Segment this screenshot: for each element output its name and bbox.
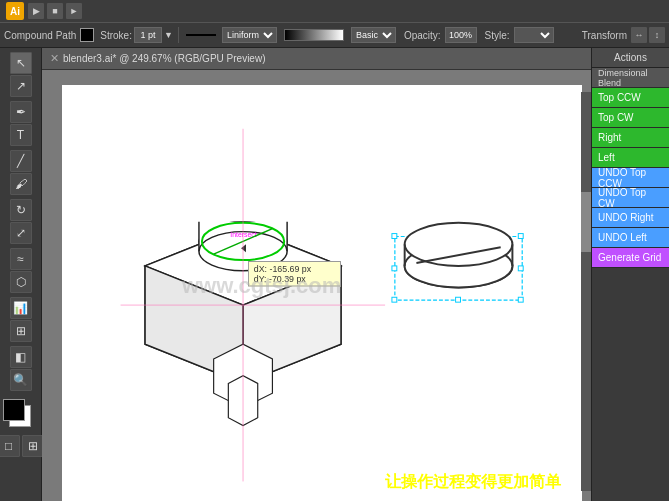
action-top-cw[interactable]: Top CW [592,108,669,128]
svg-rect-25 [518,297,523,302]
action-undo-left[interactable]: UNDO Left [592,228,669,248]
system-menu-icons: ▶ ■ ► [28,3,82,19]
action-top-ccw[interactable]: Top CCW [592,88,669,108]
canvas-inner[interactable]: Intersect [42,70,591,501]
script-icon[interactable]: ▶ [28,3,44,19]
action-undo-top-ccw[interactable]: UNDO Top CCW [592,168,669,188]
stroke-label: Stroke: [100,30,132,41]
stroke-color-swatch[interactable] [3,399,25,421]
action-right[interactable]: Right [592,128,669,148]
scroll-thumb[interactable] [581,192,591,252]
menu-bar: Ai ▶ ■ ► [0,0,669,22]
mesh-tool[interactable]: ⊞ [10,320,32,342]
vertical-scrollbar[interactable] [581,92,591,491]
color-swatches [3,399,39,429]
svg-rect-20 [518,234,523,239]
style-label: Style: [485,30,510,41]
opacity-input[interactable] [445,27,477,43]
shape-tools: ↻ ⤢ [10,199,32,244]
action-dimensional-blend[interactable]: Dimensional Blend [592,68,669,88]
fill-swatch[interactable] [80,28,94,42]
svg-rect-18 [392,234,397,239]
rotate-tool[interactable]: ↻ [10,199,32,221]
warp-tool[interactable]: ≈ [10,248,32,270]
action-undo-right[interactable]: UNDO Right [592,208,669,228]
gradient-preview [284,29,344,41]
pen-tools: ✒ T [10,101,32,146]
selection-tools: ↖ ↗ [10,52,32,97]
stroke-line-preview [186,34,216,36]
style-select[interactable] [514,27,554,43]
stroke-input[interactable] [134,27,162,43]
svg-rect-22 [518,266,523,271]
full-screen-btn[interactable]: ⊞ [22,435,44,457]
canvas-tab: ✕ blender3.ai* @ 249.67% (RGB/GPU Previe… [42,48,591,70]
main-drawing-svg: Intersect [42,70,591,501]
pen-tool[interactable]: ✒ [10,101,32,123]
graph-tool[interactable]: 📊 [10,297,32,319]
app-logo: Ai [6,2,24,20]
warp-tools: ≈ ⬡ [10,248,32,293]
stroke-type-select[interactable]: Liniform [222,27,277,43]
paint-tools: ◧ 🔍 [10,346,32,391]
view-mode-buttons: □ ⊞ [0,435,44,457]
tab-close-btn[interactable]: ✕ [50,52,59,65]
tab-label: blender3.ai* @ 249.67% (RGB/GPU Preview) [63,53,265,64]
normal-mode-btn[interactable]: □ [0,435,20,457]
transform-controls: ↔ ↕ [631,27,665,43]
actions-panel-title: Actions [592,48,669,68]
opacity-label: Opacity: [404,30,441,41]
right-object [392,223,523,302]
svg-rect-24 [456,297,461,302]
paintbrush-tool[interactable]: 🖌 [10,173,32,195]
action-generate-grid[interactable]: Generate Grid [592,248,669,268]
svg-rect-21 [392,266,397,271]
graph-tools: 📊 ⊞ [10,297,32,342]
selection-tool[interactable]: ↖ [10,52,32,74]
direct-selection-tool[interactable]: ↗ [10,75,32,97]
tools-panel: ↖ ↗ ✒ T ╱ 🖌 ↻ ⤢ ≈ ⬡ 📊 ⊞ ◧ 🔍 [0,48,42,501]
gradient-tool[interactable]: ◧ [10,346,32,368]
svg-point-29 [405,223,513,266]
transform-icon1[interactable]: ↔ [631,27,647,43]
bottom-chinese-text: 让操作过程变得更加简单 [385,472,561,493]
cursor-icon[interactable]: ► [66,3,82,19]
line-tool[interactable]: ╱ [10,150,32,172]
transform-icon2[interactable]: ↕ [649,27,665,43]
svg-rect-23 [392,297,397,302]
action-undo-top-cw[interactable]: UNDO Top CW [592,188,669,208]
blend-tool[interactable]: ⬡ [10,271,32,293]
action-left[interactable]: Left [592,148,669,168]
toolbar: Compound Path Stroke: ▼ Liniform Basic O… [0,22,669,48]
line-tools: ╱ 🖌 [10,150,32,195]
transform-label: Transform [582,30,627,41]
basic-select[interactable]: Basic [351,27,396,43]
grid-icon[interactable]: ■ [47,3,63,19]
compound-path-label: Compound Path [4,30,76,41]
type-tool[interactable]: T [10,124,32,146]
main-area: ↖ ↗ ✒ T ╱ 🖌 ↻ ⤢ ≈ ⬡ 📊 ⊞ ◧ 🔍 [0,48,669,501]
stroke-unit: ▼ [164,30,173,40]
actions-panel: Actions Dimensional Blend Top CCW Top CW… [591,48,669,501]
canvas-area[interactable]: ✕ blender3.ai* @ 249.67% (RGB/GPU Previe… [42,48,591,501]
eyedropper-tool[interactable]: 🔍 [10,369,32,391]
scale-tool[interactable]: ⤢ [10,222,32,244]
